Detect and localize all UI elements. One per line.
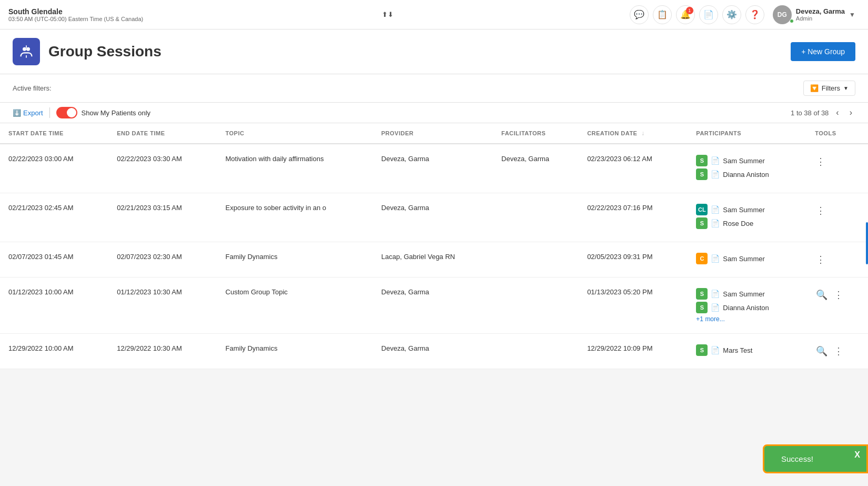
cell-start: 02/21/2023 02:45 AM: [0, 193, 108, 242]
pagination-prev-button[interactable]: ‹: [833, 107, 842, 118]
user-role: Admin: [796, 15, 845, 22]
new-group-button[interactable]: + New Group: [791, 42, 855, 61]
cell-provider: Deveza, Garma: [373, 334, 493, 369]
switcher-area[interactable]: ⬆⬇: [380, 11, 393, 18]
cell-facilitators: Deveza, Garma: [493, 144, 579, 193]
tools-cell: ⋮: [815, 204, 860, 217]
participant-item: S 📄 Mars Test: [696, 344, 798, 356]
col-tools: TOOLS: [806, 123, 868, 144]
participant-chip: C: [696, 253, 708, 264]
cell-tools: ⋮: [806, 144, 868, 193]
participant-name: Sam Summer: [723, 290, 764, 298]
more-tools-button[interactable]: ⋮: [815, 253, 826, 266]
note-icon: 📄: [711, 303, 720, 312]
facility-name: South Glendale: [8, 7, 143, 16]
more-participants-link[interactable]: +1 more...: [696, 315, 798, 323]
user-name: Deveza, Garma: [796, 7, 845, 15]
note-icon: 📄: [711, 254, 720, 263]
cell-creation-date: 02/05/2023 09:31 PM: [579, 242, 688, 277]
page-icon: [13, 38, 40, 65]
col-topic: TOPIC: [217, 123, 373, 144]
col-end-date: END DATE TIME: [108, 123, 217, 144]
toggle-knob: [67, 108, 76, 117]
participant-name: Sam Summer: [723, 157, 764, 165]
more-tools-button[interactable]: ⋮: [815, 204, 826, 217]
col-start-date: START DATE TIME: [0, 123, 108, 144]
table-row: 12/29/2022 10:00 AM 12/29/2022 10:30 AM …: [0, 334, 868, 369]
toggle-wrap: Show My Patients only: [56, 107, 151, 118]
col-facilitators: FACILITATORS: [493, 123, 579, 144]
question-icon: ❓: [750, 9, 760, 19]
tools-cell: 🔍⋮: [815, 344, 860, 358]
facility-switcher-icon[interactable]: ⬆⬇: [382, 11, 393, 18]
note-icon: 📄: [711, 156, 720, 165]
participant-chip: S: [696, 155, 708, 166]
cell-end: 02/22/2023 03:30 AM: [108, 144, 217, 193]
more-tools-button[interactable]: ⋮: [833, 288, 844, 302]
table-row: 02/21/2023 02:45 AM 02/21/2023 03:15 AM …: [0, 193, 868, 242]
search-tool-button[interactable]: 🔍: [815, 344, 829, 358]
table-body: 02/22/2023 03:00 AM 02/22/2023 03:30 AM …: [0, 144, 868, 369]
scroll-indicator[interactable]: [866, 222, 868, 264]
col-creation-date: CREATION DATE ↓: [579, 123, 688, 144]
more-tools-button[interactable]: ⋮: [833, 344, 844, 358]
nav-actions: 💬 📋 🔔 1 📄 ⚙️ ❓ DG Deveza, Garma Admin ▼: [630, 3, 860, 26]
participant-item: S 📄 Dianna Aniston: [696, 168, 798, 180]
sessions-table: START DATE TIME END DATE TIME TOPIC PROV…: [0, 123, 868, 369]
note-icon: 📄: [711, 205, 720, 214]
toolbar-divider: [49, 107, 50, 118]
pagination-next-button[interactable]: ›: [846, 107, 855, 118]
topnav: South Glendale 03:50 AM (UTC-05:00) East…: [0, 0, 868, 29]
settings-icon-button[interactable]: ⚙️: [722, 5, 741, 24]
cell-start: 01/12/2023 10:00 AM: [0, 277, 108, 334]
facility-info: South Glendale 03:50 AM (UTC-05:00) East…: [8, 7, 143, 22]
table-container: START DATE TIME END DATE TIME TOPIC PROV…: [0, 123, 868, 369]
table-row: 01/12/2023 10:00 AM 01/12/2023 10:30 AM …: [0, 277, 868, 334]
document-icon-button[interactable]: 📄: [699, 5, 718, 24]
cell-end: 02/21/2023 03:15 AM: [108, 193, 217, 242]
participant-name: Sam Summer: [723, 255, 764, 263]
cell-participants: S 📄 Mars Test: [688, 334, 806, 369]
cell-facilitators: [493, 334, 579, 369]
chat-icon-button[interactable]: 💬: [630, 5, 649, 24]
note-icon: 📄: [711, 290, 720, 298]
chat-icon: 💬: [634, 9, 644, 19]
notification-icon-button[interactable]: 🔔 1: [676, 5, 695, 24]
cell-creation-date: 12/29/2022 10:09 PM: [579, 334, 688, 369]
filter-icon: 🔽: [810, 84, 819, 92]
cell-topic: Family Dynamics: [217, 242, 373, 277]
filters-btn-label: Filters: [822, 84, 840, 92]
cell-creation-date: 02/22/2023 07:16 PM: [579, 193, 688, 242]
participant-item: S 📄 Dianna Aniston: [696, 302, 798, 313]
cell-topic: Exposure to sober activity in an o: [217, 193, 373, 242]
participant-item: S 📄 Rose Doe: [696, 217, 798, 229]
toggle-label: Show My Patients only: [82, 109, 151, 117]
clipboard-icon-button[interactable]: 📋: [653, 5, 672, 24]
svg-point-0: [23, 47, 26, 51]
cell-topic: Family Dynamics: [217, 334, 373, 369]
participant-name: Rose Doe: [723, 220, 753, 227]
participant-item: C 📄 Sam Summer: [696, 253, 798, 264]
user-menu[interactable]: DG Deveza, Garma Admin ▼: [769, 3, 860, 26]
search-tool-button[interactable]: 🔍: [815, 288, 829, 302]
cell-creation-date: 02/23/2023 06:12 AM: [579, 144, 688, 193]
cell-start: 02/07/2023 01:45 AM: [0, 242, 108, 277]
help-icon-button[interactable]: ❓: [745, 5, 764, 24]
participant-chip: S: [696, 302, 708, 313]
cell-provider: Deveza, Garma: [373, 193, 493, 242]
export-icon: ⬇️: [13, 109, 21, 117]
export-button[interactable]: ⬇️ Export: [13, 109, 43, 117]
toolbar-row: ⬇️ Export Show My Patients only 1 to 38 …: [0, 103, 868, 123]
filters-button[interactable]: 🔽 Filters ▼: [803, 81, 855, 96]
participant-item: CL 📄 Sam Summer: [696, 204, 798, 215]
my-patients-toggle[interactable]: [56, 107, 77, 118]
cell-participants: S 📄 Sam Summer S 📄 Dianna Aniston: [688, 144, 806, 193]
participant-name: Mars Test: [723, 346, 752, 354]
cell-provider: Deveza, Garma: [373, 277, 493, 334]
facility-time: 03:50 AM (UTC-05:00) Eastern Time (US & …: [8, 16, 143, 22]
cell-tools: 🔍⋮: [806, 277, 868, 334]
more-tools-button[interactable]: ⋮: [815, 155, 826, 168]
table-header-row: START DATE TIME END DATE TIME TOPIC PROV…: [0, 123, 868, 144]
table-row: 02/07/2023 01:45 AM 02/07/2023 02:30 AM …: [0, 242, 868, 277]
participant-chip: S: [696, 168, 708, 180]
